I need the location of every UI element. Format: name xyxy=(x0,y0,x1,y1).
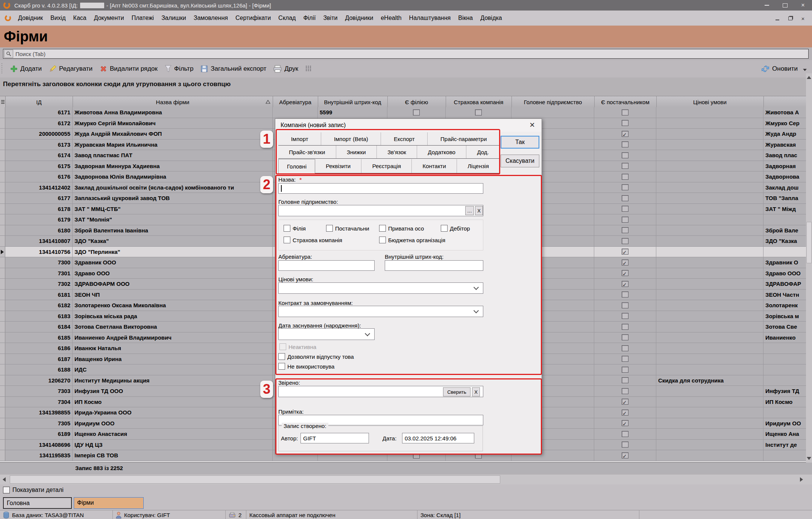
verify-button[interactable]: Сверить xyxy=(443,387,471,396)
menu-vikna[interactable]: Вікна xyxy=(454,11,477,26)
delete-row-button[interactable]: Видалити рядок xyxy=(96,62,161,76)
tab-home[interactable]: Головна xyxy=(3,497,72,509)
header-insurance[interactable]: Страхова компанія xyxy=(446,96,512,108)
verify-clear-button[interactable]: X xyxy=(472,387,480,396)
allow-dispense-checkbox-field[interactable]: Дозволяти відпустку това xyxy=(278,353,354,360)
print-button[interactable]: Друк xyxy=(270,62,302,76)
text-caret xyxy=(281,185,282,192)
founded-date-select[interactable] xyxy=(278,328,375,340)
menu-dovidnyk[interactable]: Довідник xyxy=(14,11,47,26)
scroll-up-icon[interactable] xyxy=(806,73,812,82)
filter-button[interactable]: Фільтр xyxy=(161,62,197,76)
header-id[interactable]: ІД xyxy=(5,96,73,108)
dialog-tab[interactable]: Реквізити xyxy=(315,159,361,173)
close-button[interactable]: × xyxy=(794,0,812,11)
cancel-button[interactable]: Скасувати xyxy=(501,155,539,167)
debtor-checkbox-field[interactable]: Дебітор xyxy=(441,225,470,232)
menu-kasa[interactable]: Каса xyxy=(70,11,90,26)
horizontal-scroll-thumb[interactable] xyxy=(10,475,500,484)
dialog-tab[interactable]: Знижки xyxy=(336,146,377,158)
default-contract-select[interactable] xyxy=(278,306,483,317)
header-extra[interactable] xyxy=(763,96,806,108)
menu-sertyfikaty[interactable]: Сертифікати xyxy=(232,11,275,26)
edit-button[interactable]: Редагувати xyxy=(45,62,96,76)
show-details-toggle[interactable]: Показувати деталі xyxy=(3,487,64,493)
table-row[interactable]: 6171 Животова Анна Владимировна 5599 Жив… xyxy=(0,107,806,118)
insurance-checkbox-field[interactable]: Страхова компанія xyxy=(284,237,342,243)
header-parent-company[interactable]: Головне підприємство xyxy=(511,96,595,108)
dialog-tab[interactable]: Дод. xyxy=(466,146,499,158)
menu-zamovlennya[interactable]: Замовлення xyxy=(190,11,232,26)
price-terms-select[interactable] xyxy=(278,282,483,294)
parent-company-field[interactable]: … X xyxy=(278,205,483,216)
dialog-tab[interactable]: Експорт xyxy=(381,132,428,145)
menu-filii[interactable]: Філії xyxy=(299,11,319,26)
tab-firms[interactable]: Фірми xyxy=(74,497,144,509)
dialog-close-icon[interactable]: × xyxy=(527,120,538,131)
parent-clear-button[interactable]: X xyxy=(475,206,483,215)
cell-id: 1341195835 xyxy=(5,450,73,461)
budget-org-checkbox-field[interactable]: Бюджетна організація xyxy=(379,237,445,243)
toolbar-grip[interactable] xyxy=(2,63,3,74)
scroll-right-icon[interactable] xyxy=(797,475,806,484)
menu-ehealth[interactable]: eHealth xyxy=(377,11,405,26)
scroll-left-icon[interactable] xyxy=(0,475,8,484)
date-field[interactable] xyxy=(402,433,474,443)
menu-zvity[interactable]: Звіти xyxy=(319,11,341,26)
dialog-tab[interactable]: Ліцензія xyxy=(457,159,499,173)
not-use-checkbox-field[interactable]: Не використовува xyxy=(278,363,334,370)
refresh-button[interactable]: Оновити xyxy=(761,65,812,73)
header-is-branch[interactable]: Є філією xyxy=(387,96,446,108)
header-abbreviation[interactable]: Абревіатура xyxy=(273,96,318,108)
dialog-tab[interactable]: Прайс-зв'язки xyxy=(278,146,336,158)
header-price-terms[interactable]: Цінові умови xyxy=(656,96,764,108)
dialog-tab[interactable]: Імпорт (Beta) xyxy=(321,132,381,145)
scroll-down-icon[interactable] xyxy=(806,454,812,463)
browse-button[interactable]: … xyxy=(465,206,474,215)
barcode-field[interactable] xyxy=(385,260,483,271)
header-name[interactable]: Назва фірми xyxy=(73,96,273,108)
add-button[interactable]: Додати xyxy=(6,62,45,76)
dialog-tab[interactable]: Контакти xyxy=(412,159,457,173)
header-is-supplier[interactable]: Є постачальником xyxy=(594,96,657,108)
ok-button[interactable]: Так xyxy=(501,136,539,149)
maximize-button[interactable] xyxy=(776,0,794,11)
dialog-tab[interactable]: Головні xyxy=(278,159,315,173)
cell-price-terms xyxy=(656,129,763,139)
dialog-tab[interactable]: Реєстрація xyxy=(361,159,412,173)
menu-platezhi[interactable]: Платежі xyxy=(128,11,158,26)
menu-dovidnyky[interactable]: Довідники xyxy=(341,11,377,26)
mdi-close-button[interactable]: × xyxy=(799,15,807,21)
dialog-tab[interactable]: Додатково xyxy=(417,146,466,158)
vertical-scroll-thumb[interactable] xyxy=(806,222,812,263)
export-button[interactable]: Загальний експорт xyxy=(197,62,270,76)
menu-dovidka[interactable]: Довідка xyxy=(477,11,506,26)
supplier-checkbox-field[interactable]: Постачальни xyxy=(326,225,369,232)
minimize-button[interactable] xyxy=(758,0,776,11)
menu-vyhid[interactable]: Вихід xyxy=(47,11,70,26)
refresh-dropdown-icon[interactable] xyxy=(803,69,807,71)
dialog-tab[interactable]: Зв'язок xyxy=(377,146,417,158)
verified-field[interactable]: Сверить X xyxy=(278,386,483,397)
search-input[interactable] xyxy=(13,51,808,57)
mdi-minimize-button[interactable] xyxy=(774,15,781,21)
dialog-tab[interactable]: Імпорт xyxy=(278,132,321,145)
private-person-checkbox-field[interactable]: Приватна осо xyxy=(379,225,424,232)
columns-button[interactable] xyxy=(302,62,315,76)
horizontal-scrollbar[interactable] xyxy=(0,475,812,484)
show-details-checkbox[interactable] xyxy=(3,487,10,493)
dialog-tab[interactable]: Прайс-параметри xyxy=(428,132,499,145)
author-field[interactable] xyxy=(301,433,369,443)
mdi-restore-button[interactable] xyxy=(786,15,794,21)
header-barcode[interactable]: Внутрішній штрих-код xyxy=(318,96,388,108)
menu-dokumenty[interactable]: Документи xyxy=(90,11,128,26)
menu-zalyshky[interactable]: Залишки xyxy=(158,11,190,26)
search-box[interactable] xyxy=(3,49,809,59)
vertical-scrollbar[interactable] xyxy=(806,73,812,463)
abbreviation-field[interactable] xyxy=(278,260,375,271)
cell-full-name: Здравник О xyxy=(763,257,806,268)
menu-nalashtuvannya[interactable]: Налаштування xyxy=(405,11,455,26)
menu-sklad[interactable]: Склад xyxy=(275,11,299,26)
name-field[interactable] xyxy=(278,183,483,194)
branch-checkbox-field[interactable]: Філія xyxy=(284,225,306,232)
